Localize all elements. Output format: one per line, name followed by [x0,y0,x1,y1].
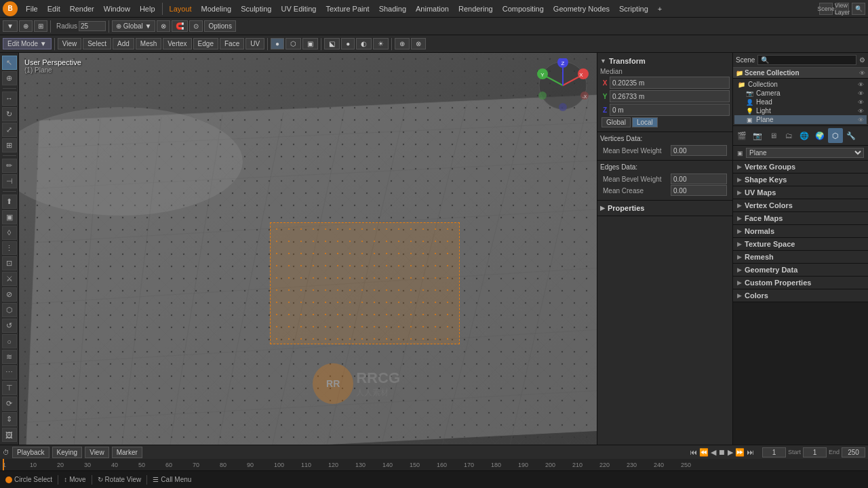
gizmo-btn[interactable]: ⊗ [411,38,426,49]
workspace-scripting[interactable]: Scripting [615,3,652,14]
options-btn[interactable]: Options [204,20,235,32]
step-forward[interactable]: ⏩ [735,448,745,457]
light-eye[interactable]: 👁 [858,108,864,115]
keying-menu[interactable]: Keying [52,447,83,458]
remesh-header[interactable]: ▶ Remesh [733,251,868,263]
start-frame[interactable]: 1 [803,447,827,458]
workspace-shading[interactable]: Shading [375,3,410,14]
rotate-tool[interactable]: ↻ [2,107,17,121]
transform-header[interactable]: ▼ Transform [600,56,730,66]
inset-tool[interactable]: ▣ [2,210,17,224]
workspace-plus[interactable]: + [654,3,666,14]
workspace-layout[interactable]: Layout [165,3,196,14]
view-menu[interactable]: View [85,447,109,458]
menu-edit[interactable]: Edit [43,3,64,14]
edge-bevel-value[interactable]: 0.00 [671,174,727,184]
toolbar-toggle[interactable]: ▼ [3,20,18,32]
tree-head[interactable]: 👤 Head 👁 [734,98,867,106]
menu-help[interactable]: Help [136,3,159,14]
step-back[interactable]: ⏪ [699,448,709,457]
tree-camera[interactable]: 📷 Camera 👁 [734,89,867,98]
menu-window[interactable]: Window [100,3,134,14]
jump-start[interactable]: ⏮ [690,448,697,456]
push-pull-tool[interactable]: ⇕ [2,412,17,426]
cursor-tool[interactable]: ⊕ [2,71,17,85]
normals-header[interactable]: ▶ Normals [733,225,868,237]
vertex-groups-header[interactable]: ▶ Vertex Groups [733,161,868,173]
view-layer-icon[interactable]: 🗂 [781,128,796,143]
mode-mesh[interactable]: Mesh [136,38,161,49]
menu-render[interactable]: Render [66,3,98,14]
end-frame[interactable]: 250 [842,447,865,458]
workspace-rendering[interactable]: Rendering [454,3,497,14]
current-frame[interactable]: 1 [762,447,786,458]
viewport[interactable]: User Perspective (1) Plane X Y Z [19,53,597,445]
scene-icon[interactable]: 🌐 [797,128,812,143]
vertices-header[interactable]: Vertices Data: [600,134,730,143]
bisect-tool[interactable]: ⊘ [2,287,17,302]
mode-select[interactable]: Select [83,38,111,49]
shrink-tool[interactable]: ⟳ [2,396,17,411]
radius-input[interactable] [79,21,106,31]
play-reverse[interactable]: ◀ [711,448,716,457]
y-input[interactable] [610,90,730,102]
image-tool[interactable]: 🖼 [2,428,17,442]
workspace-geometry[interactable]: Geometry Nodes [549,3,614,14]
play-btn[interactable]: ▶ [728,448,733,457]
scale-tool[interactable]: ⤢ [2,123,17,137]
workspace-texture[interactable]: Texture Paint [321,3,373,14]
mode-edge[interactable]: Edge [193,38,218,49]
material-btn[interactable]: ◐ [356,38,372,49]
view-layer-selector[interactable]: View Layer [835,3,849,15]
nav-gizmo[interactable]: X Y Z -X [536,58,590,113]
local-btn[interactable]: Local [632,117,658,127]
workspace-sculpting[interactable]: Sculpting [237,3,275,14]
shape-keys-header[interactable]: ▶ Shape Keys [733,174,868,186]
x-input[interactable] [610,77,730,89]
spin-tool[interactable]: ↺ [2,319,17,333]
xray-btn[interactable]: ⬕ [324,38,340,49]
snap-toggle[interactable]: 🧲 [172,20,188,32]
scene-selector[interactable]: Scene [819,3,833,15]
world-icon[interactable]: 🌍 [812,128,827,143]
extrude-tool[interactable]: ⬆ [2,195,17,209]
object-icon[interactable]: ⬡ [828,128,843,143]
transform-pivot[interactable]: ⊞ [34,20,47,32]
solid-btn[interactable]: ● [341,38,355,49]
tree-collection[interactable]: 📁 Collection 👁 [734,80,867,89]
tree-light[interactable]: 💡 Light 👁 [734,106,867,115]
workspace-animation[interactable]: Animation [412,3,453,14]
workspace-compositing[interactable]: Compositing [498,3,548,14]
transform-icons[interactable]: ⊗ [157,20,170,32]
workspace-modeling[interactable]: Modeling [197,3,236,14]
vert-select-btn[interactable]: ● [271,38,284,49]
global-btn[interactable]: Global [601,117,631,127]
render-props-icon[interactable]: 📷 [750,128,765,143]
select-tool[interactable]: ↖ [2,56,17,70]
custom-props-header[interactable]: ▶ Custom Properties [733,277,868,289]
measure-tool[interactable]: ⊣ [2,174,17,188]
move-tool[interactable]: ↔ [2,92,17,106]
mode-edit[interactable]: Edit Mode ▼ [3,38,52,49]
mode-vertex[interactable]: Vertex [163,38,191,49]
randomize-tool[interactable]: ≋ [2,350,17,364]
mode-add[interactable]: Add [113,38,134,49]
stop-btn[interactable]: ⏹ [718,448,726,456]
snap-btn[interactable]: ⊕ [19,20,33,32]
smooth-tool[interactable]: ○ [2,334,17,348]
mode-view[interactable]: View [58,38,82,49]
poly-build-tool[interactable]: ⬡ [2,303,17,317]
face-maps-header[interactable]: ▶ Face Maps [733,212,868,224]
bevel-value[interactable]: 0.00 [671,145,727,156]
transform-tool[interactable]: ⊞ [2,138,17,152]
scene-search[interactable] [757,55,856,65]
camera-eye[interactable]: 👁 [858,90,864,97]
overlay-btn[interactable]: ⊕ [395,38,410,49]
global-transform[interactable]: ⊕ Global ▼ [112,20,155,32]
edge-select-btn[interactable]: ⬡ [285,38,301,49]
playback-menu[interactable]: Playback [12,447,50,458]
proportional-edit[interactable]: ⊙ [189,20,203,32]
workspace-uv[interactable]: UV Editing [277,3,320,14]
crease-value[interactable]: 0.00 [671,185,727,196]
marker-menu[interactable]: Marker [112,447,142,458]
